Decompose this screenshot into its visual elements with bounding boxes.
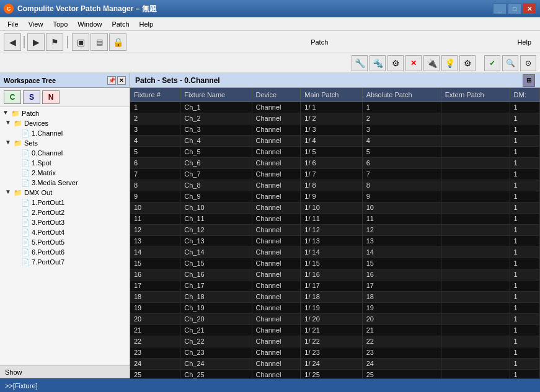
table-col-header[interactable]: Absolute Patch	[362, 88, 441, 102]
table-row[interactable]: 25Ch_25Channel1/ 25251	[130, 369, 540, 378]
close-button[interactable]: ✕	[523, 3, 536, 14]
help-menu-label[interactable]: Help	[512, 38, 536, 46]
table-cell: Channel	[252, 213, 301, 224]
table-row[interactable]: 5Ch_5Channel1/ 551	[130, 146, 540, 157]
patch-icon-4[interactable]: ✕	[405, 55, 422, 71]
patch-icon-1[interactable]: 🔧	[352, 55, 368, 71]
menu-item-patch[interactable]: Patch	[107, 17, 134, 30]
patch-icon-3[interactable]: ⚙	[387, 55, 404, 71]
tree-item[interactable]: 📄2.Matrix	[0, 168, 130, 178]
tree-expander[interactable]: ▼	[5, 139, 14, 147]
tree-item[interactable]: 📄1.Channel	[0, 128, 130, 138]
table-row[interactable]: 11Ch_11Channel1/ 11111	[130, 213, 540, 224]
table-row[interactable]: 15Ch_15Channel1/ 15151	[130, 258, 540, 269]
patch-icon-5[interactable]: 🔌	[423, 55, 440, 71]
tree-expander[interactable]: ▼	[5, 119, 14, 128]
tree-expander[interactable]	[12, 178, 21, 187]
table-row[interactable]: 21Ch_21Channel1/ 21211	[130, 324, 540, 336]
table-col-header[interactable]: Fixture #	[130, 88, 180, 102]
table-row[interactable]: 19Ch_19Channel1/ 19191	[130, 302, 540, 313]
menu-item-view[interactable]: View	[24, 17, 48, 30]
patch-menu-label[interactable]: Patch	[306, 38, 333, 46]
table-row[interactable]: 14Ch_14Channel1/ 14141	[130, 246, 540, 258]
tree-item[interactable]: 📄4.PortOut4	[0, 227, 130, 237]
tree-item[interactable]: 📄3.Media Server	[0, 178, 130, 188]
table-row[interactable]: 10Ch_10Channel1/ 10101	[130, 202, 540, 213]
tree-expander[interactable]	[12, 129, 21, 137]
data-table-wrapper[interactable]: Fixture #Fixture NameDeviceMain PatchAbs…	[130, 88, 540, 378]
table-row[interactable]: 20Ch_20Channel1/ 20201	[130, 313, 540, 324]
table-row[interactable]: 9Ch_9Channel1/ 991	[130, 191, 540, 202]
tree-item[interactable]: ▼📁Patch	[0, 108, 130, 118]
menu-item-topo[interactable]: Topo	[48, 17, 73, 30]
tree-item[interactable]: 📄7.PortOut7	[0, 257, 130, 267]
table-col-header[interactable]: Device	[252, 88, 301, 102]
tree-expander[interactable]	[12, 218, 21, 227]
table-row[interactable]: 24Ch_24Channel1/ 24241	[130, 358, 540, 369]
tree-expander[interactable]	[12, 149, 21, 157]
tree-expander[interactable]	[12, 228, 21, 237]
table-row[interactable]: 3Ch_3Channel1/ 331	[130, 124, 540, 135]
tree-item[interactable]: 📄3.PortOut3	[0, 217, 130, 227]
tree-item[interactable]: ▼📁Devices	[0, 118, 130, 128]
sidebar-close-button[interactable]: ✕	[117, 76, 126, 85]
flag-button[interactable]: ⚑	[46, 33, 63, 51]
csn-n-button[interactable]: N	[42, 90, 60, 104]
back-button[interactable]: ◀	[4, 33, 21, 51]
tree-expander[interactable]	[12, 159, 21, 167]
table-row[interactable]: 1Ch_1Channel1/ 111	[130, 102, 540, 113]
table-row[interactable]: 18Ch_18Channel1/ 18181	[130, 291, 540, 302]
table-row[interactable]: 13Ch_13Channel1/ 13131	[130, 235, 540, 246]
table-row[interactable]: 8Ch_8Channel1/ 881	[130, 180, 540, 191]
table-row[interactable]: 4Ch_4Channel1/ 441	[130, 135, 540, 146]
content-icon[interactable]: ⊞	[523, 74, 535, 87]
csn-c-button[interactable]: C	[4, 90, 21, 104]
menu-item-file[interactable]: File	[2, 17, 24, 30]
tree-item[interactable]: 📄1.PortOut1	[0, 198, 130, 207]
patch-icon-circle[interactable]: ⊙	[520, 55, 536, 71]
table-row[interactable]: 16Ch_16Channel1/ 16161	[130, 269, 540, 280]
tree-item[interactable]: ▼📁Sets	[0, 138, 130, 148]
patch-icon-check[interactable]: ✓	[484, 55, 500, 71]
tree-item[interactable]: 📄2.PortOut2	[0, 207, 130, 217]
patch-icon-search[interactable]: 🔍	[502, 55, 518, 71]
sidebar-pin-button[interactable]: 📌	[107, 76, 116, 85]
minimize-button[interactable]: _	[493, 3, 507, 14]
tree-item[interactable]: ▼📁DMX Out	[0, 188, 130, 198]
patch-icon-6[interactable]: 💡	[441, 55, 458, 71]
show-button[interactable]: Show	[0, 365, 130, 378]
tree-item[interactable]: 📄1.Spot	[0, 158, 130, 168]
table-row[interactable]: 7Ch_7Channel1/ 771	[130, 168, 540, 180]
table-row[interactable]: 23Ch_23Channel1/ 23231	[130, 347, 540, 358]
tree-expander[interactable]	[12, 198, 21, 207]
tree-item[interactable]: 📄0.Channel	[0, 148, 130, 158]
table-col-header[interactable]: Main Patch	[301, 88, 362, 102]
table-row[interactable]: 2Ch_2Channel1/ 221	[130, 113, 540, 124]
tree-expander[interactable]	[12, 248, 21, 256]
patch-icon-7[interactable]: ⚙	[459, 55, 476, 71]
table-row[interactable]: 6Ch_6Channel1/ 661	[130, 157, 540, 168]
table-row[interactable]: 22Ch_22Channel1/ 22221	[130, 336, 540, 347]
tree-expander[interactable]: ▼	[5, 188, 14, 197]
tree-expander[interactable]	[12, 168, 21, 177]
tree-expander[interactable]	[12, 238, 21, 246]
csn-s-button[interactable]: S	[23, 90, 40, 104]
patch-icon-2[interactable]: 🔩	[370, 55, 386, 71]
menu-item-help[interactable]: Help	[135, 17, 159, 30]
view-full-button[interactable]: ▣	[72, 33, 89, 51]
tree-item[interactable]: 📄5.PortOut5	[0, 237, 130, 247]
table-row[interactable]: 12Ch_12Channel1/ 12121	[130, 224, 540, 235]
tree-expander[interactable]	[12, 208, 21, 217]
table-row[interactable]: 17Ch_17Channel1/ 17171	[130, 280, 540, 291]
tree-expander[interactable]: ▼	[2, 109, 11, 118]
table-col-header[interactable]: Extern Patch	[441, 88, 510, 102]
view-split-button[interactable]: ▤	[91, 33, 108, 51]
tree-item[interactable]: 📄6.PortOut6	[0, 247, 130, 257]
forward-button[interactable]: ▶	[27, 33, 45, 51]
table-col-header[interactable]: Fixture Name	[180, 88, 252, 102]
menu-item-window[interactable]: Window	[73, 17, 107, 30]
maximize-button[interactable]: □	[508, 3, 521, 14]
tree-expander[interactable]	[12, 258, 21, 266]
lock-button[interactable]: 🔒	[109, 33, 126, 51]
table-col-header[interactable]: DM:	[510, 88, 539, 102]
